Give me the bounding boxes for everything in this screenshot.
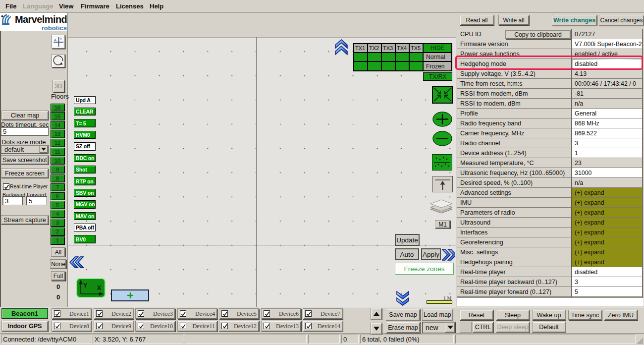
svg-text:X: X [97,285,102,291]
svg-text:Y: Y [83,282,88,289]
svg-text:x: x [54,38,56,41]
svg-text:Y: Y [60,37,62,41]
